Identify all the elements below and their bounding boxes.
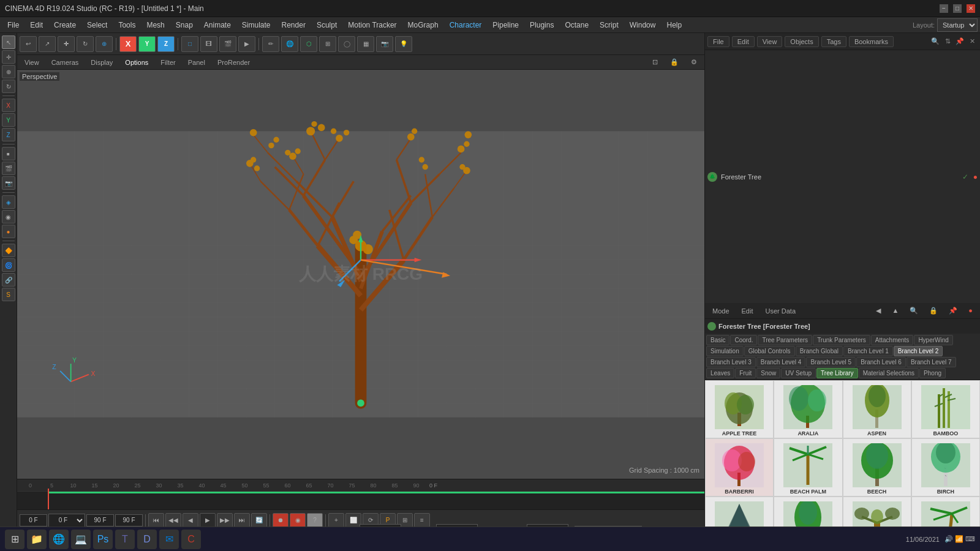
taskbar-explorer[interactable]: 📁 bbox=[27, 530, 47, 549]
close-button[interactable]: ✕ bbox=[967, 4, 975, 13]
mode-userdata[interactable]: User Data bbox=[761, 307, 801, 315]
tree-beech[interactable]: BEECH bbox=[843, 438, 911, 497]
mode-fwd[interactable]: ▲ bbox=[887, 306, 903, 315]
rpanel-tags[interactable]: Tags bbox=[821, 36, 846, 47]
rpanel-close-icon[interactable]: ✕ bbox=[967, 36, 978, 47]
menu-character[interactable]: Character bbox=[445, 20, 487, 31]
tool-mat3[interactable]: ● bbox=[2, 225, 15, 238]
menu-help[interactable]: Help bbox=[662, 20, 687, 31]
mode-dot[interactable]: ● bbox=[963, 306, 978, 315]
attr-tab-branch-4[interactable]: Branch Level 4 bbox=[756, 357, 806, 367]
attr-tab-leaves[interactable]: Leaves bbox=[706, 368, 734, 378]
attr-tab-coord[interactable]: Coord. bbox=[730, 335, 757, 345]
mode-back[interactable]: ◀ bbox=[871, 306, 886, 315]
pb-loop[interactable]: 🔄 bbox=[251, 513, 267, 528]
attr-tab-branch-1[interactable]: Branch Level 1 bbox=[843, 346, 893, 356]
rpanel-search-icon[interactable]: 🔍 bbox=[930, 36, 941, 47]
tool-s[interactable]: S bbox=[2, 288, 15, 301]
tool-y[interactable]: Y bbox=[2, 113, 15, 127]
mode-edit[interactable]: Edit bbox=[737, 307, 758, 315]
attr-tab-mat-sel[interactable]: Material Selections bbox=[859, 368, 919, 378]
tool-x[interactable]: X bbox=[2, 99, 15, 112]
vp-btn-add[interactable]: ⊕ bbox=[96, 36, 113, 52]
rpanel-pin-icon[interactable]: 📌 bbox=[954, 36, 965, 47]
rpanel-objects[interactable]: Objects bbox=[785, 36, 818, 47]
vst-cameras[interactable]: Cameras bbox=[47, 58, 84, 67]
vp-btn-grid2[interactable]: ▦ bbox=[357, 36, 374, 52]
menu-mograph[interactable]: MoGraph bbox=[403, 20, 443, 31]
frame-end-input[interactable] bbox=[86, 514, 114, 527]
menu-animate[interactable]: Animate bbox=[199, 20, 236, 31]
vp-btn-x2[interactable]: X bbox=[119, 36, 137, 52]
tool-snap2[interactable]: 🔗 bbox=[2, 273, 15, 287]
tool-mat1[interactable]: ◈ bbox=[2, 195, 15, 209]
attr-tab-branch-global[interactable]: Branch Global bbox=[796, 346, 843, 356]
rpanel-bookmarks[interactable]: Bookmarks bbox=[849, 36, 894, 47]
menu-octane[interactable]: Octane bbox=[560, 20, 594, 31]
attr-tab-branch-3[interactable]: Branch Level 3 bbox=[706, 357, 756, 367]
menu-script[interactable]: Script bbox=[595, 20, 624, 31]
minimize-button[interactable]: − bbox=[940, 4, 948, 13]
attr-tab-snow[interactable]: Snow bbox=[756, 368, 780, 378]
vp-btn-film[interactable]: 🎞 bbox=[200, 36, 217, 52]
menu-snap[interactable]: Snap bbox=[171, 20, 198, 31]
tree-beach-palm[interactable]: BEACH PALM bbox=[774, 438, 842, 497]
attr-tab-attachments[interactable]: Attachments bbox=[871, 335, 914, 345]
frame-preview-input[interactable] bbox=[115, 514, 143, 527]
vst-prorender[interactable]: ProRender bbox=[213, 58, 255, 67]
vst-view[interactable]: View bbox=[20, 58, 44, 67]
vp-btn-sphere[interactable]: ◯ bbox=[338, 36, 355, 52]
menu-sculpt[interactable]: Sculpt bbox=[312, 20, 342, 31]
vp-btn-green[interactable]: ⬡ bbox=[300, 36, 317, 52]
tree-aralia[interactable]: ARALIA bbox=[774, 380, 842, 438]
attr-tab-hyperwind[interactable]: HyperWind bbox=[914, 335, 952, 345]
menu-motion-tracker[interactable]: Motion Tracker bbox=[343, 20, 401, 31]
tool-brush[interactable]: 🔶 bbox=[2, 244, 15, 257]
attr-tab-uv[interactable]: UV Setup bbox=[781, 368, 816, 378]
pb-record[interactable]: ⏺ bbox=[273, 513, 288, 528]
menu-pipeline[interactable]: Pipeline bbox=[488, 20, 524, 31]
tool-rotate[interactable]: ↻ bbox=[2, 80, 15, 93]
vst-settings[interactable]: ⚙ bbox=[686, 58, 702, 67]
vst-options[interactable]: Options bbox=[120, 58, 153, 67]
vp-btn-play[interactable]: ▶ bbox=[238, 36, 255, 52]
vst-fit[interactable]: ⊡ bbox=[647, 58, 663, 67]
menu-window[interactable]: Window bbox=[625, 20, 661, 31]
pb-prev-key[interactable]: ◀◀ bbox=[165, 513, 181, 528]
mode-search[interactable]: 🔍 bbox=[905, 306, 923, 315]
pb-last[interactable]: ⏭ bbox=[234, 513, 250, 528]
vp-btn-globe[interactable]: 🌐 bbox=[281, 36, 298, 52]
attr-tab-global-controls[interactable]: Global Controls bbox=[744, 346, 795, 356]
tool-render-view[interactable]: 📷 bbox=[2, 176, 15, 190]
pb-play[interactable]: ▶ bbox=[200, 513, 216, 528]
attr-tab-branch-5[interactable]: Branch Level 5 bbox=[806, 357, 856, 367]
pb-next[interactable]: ▶▶ bbox=[217, 513, 233, 528]
menu-render[interactable]: Render bbox=[277, 20, 311, 31]
attr-tab-phong[interactable]: Phong bbox=[919, 368, 946, 378]
vp-btn-camera[interactable]: 📷 bbox=[376, 36, 393, 52]
menu-create[interactable]: Create bbox=[49, 20, 81, 31]
vp-btn-move[interactable]: ✛ bbox=[58, 36, 75, 52]
vp-btn-light[interactable]: 💡 bbox=[395, 36, 412, 52]
timeline-marker[interactable] bbox=[48, 489, 49, 509]
vst-panel[interactable]: Panel bbox=[183, 58, 210, 67]
taskbar-teams[interactable]: T bbox=[115, 530, 135, 549]
menu-plugins[interactable]: Plugins bbox=[525, 20, 559, 31]
menu-select[interactable]: Select bbox=[82, 20, 112, 31]
taskbar-start[interactable]: ⊞ bbox=[5, 530, 24, 549]
tree-apple-tree[interactable]: APPLE TREE bbox=[705, 380, 774, 438]
attr-tab-tree-library[interactable]: Tree Library bbox=[816, 368, 858, 378]
pb-record2[interactable]: ◉ bbox=[290, 513, 306, 528]
attr-tab-branch-6[interactable]: Branch Level 6 bbox=[856, 357, 906, 367]
tree-bamboo[interactable]: BAMBOO bbox=[911, 380, 980, 438]
object-visibility-check[interactable]: ✓ bbox=[962, 173, 968, 181]
vst-display[interactable]: Display bbox=[86, 58, 118, 67]
layout-select[interactable]: Startup bbox=[937, 18, 978, 32]
attr-tab-simulation[interactable]: Simulation bbox=[706, 346, 744, 356]
mode-lock[interactable]: 🔒 bbox=[924, 306, 943, 315]
vp-btn-z2[interactable]: Z bbox=[157, 36, 175, 52]
frame-start-input[interactable] bbox=[20, 514, 47, 527]
attr-tab-trunk-params[interactable]: Trunk Parameters bbox=[813, 335, 870, 345]
rpanel-view[interactable]: View bbox=[757, 36, 783, 47]
menu-tools[interactable]: Tools bbox=[113, 20, 140, 31]
